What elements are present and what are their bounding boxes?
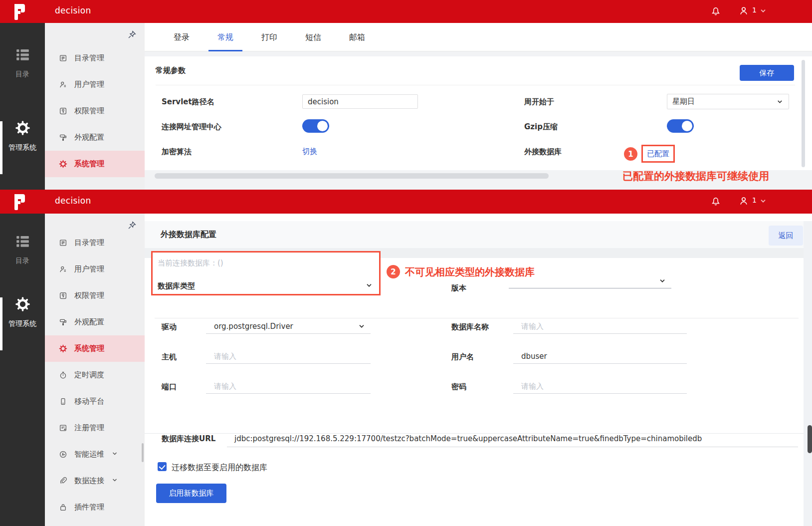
- key-icon: [59, 291, 67, 300]
- app-logo-icon[interactable]: [8, 192, 31, 213]
- right-gutter: [804, 221, 812, 526]
- sidebar-menu: 目录管理 用户管理 权限管理 外观配置 系统管理: [45, 214, 145, 526]
- enable-db-button[interactable]: 启用新数据库: [156, 484, 226, 503]
- paint-icon: [59, 133, 67, 142]
- screenshot-bottom: decision 1 目录 管理系统 目录管理: [0, 190, 812, 526]
- sidebar-scrollbar[interactable]: [142, 443, 144, 462]
- plugin-icon: [59, 503, 67, 512]
- dbname-input[interactable]: [513, 319, 687, 334]
- password-label: 密码: [451, 382, 466, 392]
- spacer: [145, 214, 812, 221]
- chevron-down-icon: [776, 98, 784, 105]
- tab[interactable]: 短信: [301, 23, 325, 51]
- switch-link[interactable]: 切换: [302, 147, 317, 156]
- port-input[interactable]: [206, 379, 371, 394]
- db-type-select[interactable]: 数据库类型: [158, 281, 195, 291]
- url-center-toggle[interactable]: [302, 119, 329, 133]
- left-rail: 目录 管理系统: [0, 214, 45, 526]
- chevron-down-icon: [111, 477, 118, 486]
- sidebar-item-mobile[interactable]: 移动平台: [45, 388, 145, 415]
- gear-icon: [15, 296, 30, 312]
- gzip-toggle[interactable]: [667, 119, 694, 133]
- tab[interactable]: 打印: [257, 23, 281, 51]
- annotation-badge-1: 1: [624, 147, 637, 161]
- sidebar-item-gear[interactable]: 系统管理: [45, 335, 145, 362]
- pin-icon[interactable]: [127, 221, 137, 231]
- mobile-icon: [59, 397, 67, 406]
- sidebar-item-catalog[interactable]: 目录管理: [45, 230, 145, 256]
- notification-bell-icon[interactable]: [710, 5, 721, 18]
- db-url-value[interactable]: jdbc:postgresql://192.168.5.229:17700/te…: [234, 434, 702, 443]
- extdb-label: 外接数据库: [524, 147, 562, 157]
- divider: [145, 433, 804, 434]
- sidebar-item-timer[interactable]: 定时调度: [45, 362, 145, 388]
- tabs: 登录常规打印短信邮箱: [160, 23, 379, 51]
- sidebar-item-paint[interactable]: 外观配置: [45, 309, 145, 335]
- input-underline: [227, 447, 798, 447]
- page-header: 外接数据库配置: [145, 221, 804, 248]
- notification-bell-icon[interactable]: [710, 196, 721, 209]
- sidebar-item-link[interactable]: 数据连接: [45, 468, 145, 494]
- migrate-checkbox[interactable]: [158, 462, 167, 471]
- sidebar-item-key[interactable]: 权限管理: [45, 282, 145, 309]
- rail-item-catalog[interactable]: 目录: [0, 235, 45, 265]
- register-icon: [59, 424, 67, 432]
- password-input[interactable]: [513, 379, 687, 394]
- horizontal-scrollbar[interactable]: [155, 173, 549, 179]
- app-header: decision 1: [0, 190, 812, 214]
- divider: [156, 85, 795, 85]
- save-button[interactable]: 保存: [740, 65, 794, 81]
- sidebar-item-register[interactable]: 注册管理: [45, 415, 145, 441]
- window-scrollbar[interactable]: [808, 425, 812, 453]
- key-icon: [59, 107, 67, 115]
- rail-item-admin-system[interactable]: 管理系统: [0, 120, 45, 152]
- host-input[interactable]: [206, 349, 371, 364]
- user-icon: [59, 80, 67, 89]
- tab[interactable]: 邮箱: [345, 23, 369, 51]
- chevron-down-icon: [111, 450, 118, 459]
- annotation-highlight-box: 当前连接数据库：() 数据库类型: [151, 251, 381, 295]
- extdb-configured-link[interactable]: 已配置: [647, 149, 669, 159]
- sidebar-item-gear[interactable]: 系统管理: [45, 151, 145, 177]
- tab[interactable]: 常规: [213, 23, 237, 51]
- username-label: 用户名: [451, 352, 474, 362]
- paint-icon: [59, 318, 67, 326]
- version-select[interactable]: [509, 273, 671, 288]
- user-avatar-icon[interactable]: [738, 196, 749, 209]
- rail-item-catalog[interactable]: 目录: [0, 48, 45, 79]
- back-button[interactable]: 返回: [769, 226, 803, 246]
- link-icon: [59, 477, 67, 485]
- app-logo-icon[interactable]: [8, 1, 31, 22]
- db-url-label: 数据库连接URL: [162, 434, 215, 444]
- sidebar-item-key[interactable]: 权限管理: [45, 98, 145, 124]
- sidebar-item-user[interactable]: 用户管理: [45, 256, 145, 282]
- gzip-label: Gzip压缩: [524, 122, 558, 132]
- week-start-select[interactable]: 星期日: [667, 94, 789, 109]
- rail-item-admin-system[interactable]: 管理系统: [0, 296, 45, 328]
- sidebar-item-plugin[interactable]: 插件管理: [45, 494, 145, 521]
- sidebar-item-paint[interactable]: 外观配置: [45, 124, 145, 151]
- current-db-text: 当前连接数据库：(): [158, 259, 223, 268]
- sidebar-item-catalog[interactable]: 目录管理: [45, 45, 145, 71]
- sidebar-item-user[interactable]: 用户管理: [45, 71, 145, 98]
- user-avatar-icon[interactable]: [738, 5, 749, 18]
- divider: [155, 318, 799, 318]
- catalog-icon: [59, 54, 67, 62]
- migrate-checkbox-label: 迁移数据至要启用的数据库: [172, 463, 267, 473]
- servlet-path-label: Servlet路径名: [162, 97, 214, 107]
- driver-select[interactable]: org.postgresql.Driver: [206, 319, 371, 334]
- servlet-path-input[interactable]: [302, 94, 418, 109]
- username-input[interactable]: [513, 349, 687, 364]
- chevron-down-icon[interactable]: [365, 281, 373, 291]
- chevron-down-icon[interactable]: [759, 7, 767, 17]
- chevron-down-icon[interactable]: [759, 197, 767, 207]
- catalog-group-icon: [16, 235, 29, 248]
- pin-icon[interactable]: [127, 30, 137, 40]
- host-label: 主机: [162, 352, 177, 362]
- sidebar-item-ops[interactable]: 智能运维: [45, 441, 145, 468]
- general-settings-card: [145, 56, 812, 170]
- annotation-badge-2: 2: [387, 265, 400, 278]
- section-title: 常规参数: [156, 66, 186, 75]
- tab[interactable]: 登录: [170, 23, 194, 51]
- vertical-scrollbar[interactable]: [802, 60, 805, 167]
